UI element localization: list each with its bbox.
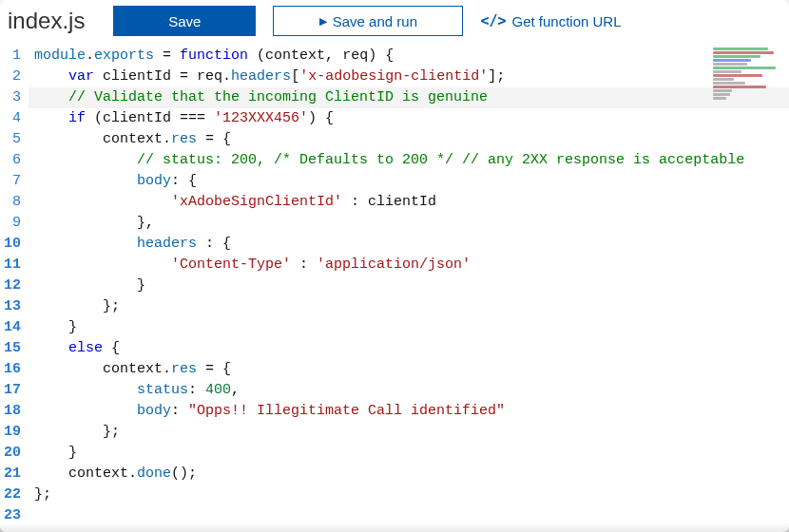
- editor-window: index.js Save ▶ Save and run </> Get fun…: [0, 0, 789, 532]
- line-number: 10: [0, 234, 21, 255]
- code-line[interactable]: }: [29, 276, 789, 296]
- line-number: 20: [0, 443, 21, 464]
- line-number: 7: [0, 171, 21, 192]
- line-number: 1: [0, 46, 21, 66]
- line-number: 23: [0, 505, 21, 526]
- line-number: 19: [0, 422, 21, 443]
- save-and-run-button[interactable]: ▶ Save and run: [273, 6, 463, 36]
- code-line[interactable]: 'xAdobeSignClientId' : clientId: [29, 192, 789, 213]
- play-icon: ▶: [319, 15, 327, 28]
- line-number: 17: [0, 380, 21, 401]
- line-number-gutter: 1234567891011121314151617181920212223: [0, 46, 29, 526]
- code-line[interactable]: 'Content-Type' : 'application/json': [29, 255, 789, 276]
- code-line[interactable]: body: {: [29, 171, 789, 192]
- save-and-run-label: Save and run: [333, 13, 417, 29]
- code-line[interactable]: body: "Opps!! Illegitimate Call identifi…: [29, 401, 789, 422]
- line-number: 13: [0, 296, 21, 317]
- line-number: 8: [0, 192, 21, 213]
- line-number: 15: [0, 338, 21, 359]
- save-button[interactable]: Save: [113, 6, 256, 36]
- code-line[interactable]: [29, 505, 789, 526]
- code-line[interactable]: // Validate that the incoming ClientID i…: [29, 87, 789, 108]
- line-number: 3: [0, 87, 21, 108]
- line-number: 22: [0, 484, 21, 505]
- code-line[interactable]: context.done();: [29, 464, 789, 484]
- code-line[interactable]: headers : {: [29, 234, 789, 255]
- line-number: 16: [0, 359, 21, 380]
- line-number: 14: [0, 317, 21, 338]
- toolbar: index.js Save ▶ Save and run </> Get fun…: [0, 0, 789, 44]
- get-function-url-link[interactable]: </> Get function URL: [480, 12, 621, 29]
- line-number: 2: [0, 66, 21, 87]
- line-number: 12: [0, 276, 21, 296]
- code-line[interactable]: }: [29, 317, 789, 338]
- line-number: 21: [0, 464, 21, 484]
- code-line[interactable]: };: [29, 484, 789, 505]
- code-editor[interactable]: 1234567891011121314151617181920212223 mo…: [0, 44, 789, 526]
- code-line[interactable]: else {: [29, 338, 789, 359]
- code-line[interactable]: // status: 200, /* Defaults to 200 */ //…: [29, 150, 789, 171]
- line-number: 6: [0, 150, 21, 171]
- line-number: 11: [0, 255, 21, 276]
- line-number: 5: [0, 129, 21, 150]
- line-number: 9: [0, 213, 21, 234]
- code-icon: </>: [480, 12, 506, 29]
- code-line[interactable]: };: [29, 296, 789, 317]
- code-line[interactable]: context.res = {: [29, 359, 789, 380]
- filename-label: index.js: [8, 8, 96, 34]
- line-number: 4: [0, 108, 21, 129]
- code-line[interactable]: status: 400,: [29, 380, 789, 401]
- code-line[interactable]: var clientId = req.headers['x-adobesign-…: [29, 66, 789, 87]
- code-line[interactable]: module.exports = function (context, req)…: [29, 46, 789, 66]
- code-line[interactable]: context.res = {: [29, 129, 789, 150]
- code-line[interactable]: },: [29, 213, 789, 234]
- line-number: 18: [0, 401, 21, 422]
- code-line[interactable]: };: [29, 422, 789, 443]
- get-function-url-label: Get function URL: [511, 13, 621, 29]
- code-area[interactable]: module.exports = function (context, req)…: [29, 46, 789, 526]
- code-line[interactable]: }: [29, 443, 789, 464]
- code-line[interactable]: if (clientId === '123XXX456') {: [29, 108, 789, 129]
